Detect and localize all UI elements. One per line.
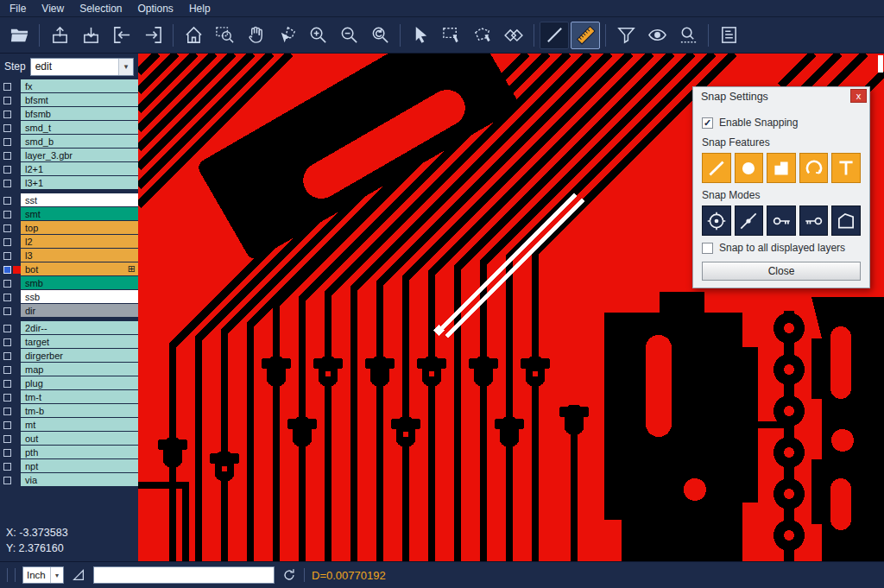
view-options-button[interactable] (642, 22, 672, 49)
layer-name-label[interactable]: l2+1 (21, 162, 138, 175)
layer-row-target[interactable]: target (0, 335, 138, 349)
layer-name-label[interactable]: pth (21, 446, 138, 458)
close-icon[interactable]: x (850, 89, 867, 103)
layer-visibility-checkbox[interactable] (3, 238, 11, 246)
layer-row-top[interactable]: top (0, 221, 138, 235)
sign-in-button[interactable] (107, 22, 136, 49)
zoom-previous-button[interactable] (365, 22, 395, 49)
layer-visibility-checkbox[interactable] (3, 421, 11, 429)
layer-name-label[interactable]: dirgerber (21, 349, 138, 362)
layer-name-label[interactable]: sst (21, 193, 138, 206)
menu-item-file[interactable]: File (2, 1, 34, 16)
layer-visibility-checkbox[interactable] (3, 463, 11, 471)
layer-visibility-checkbox[interactable] (3, 307, 11, 315)
layer-visibility-checkbox[interactable] (3, 111, 11, 118)
snap-feature-surface-button[interactable] (767, 153, 796, 183)
layer-name-label[interactable]: via (21, 473, 138, 486)
layer-visibility-checkbox[interactable] (3, 352, 11, 360)
layer-name-label[interactable]: smt (21, 207, 138, 220)
layer-visibility-checkbox[interactable] (3, 152, 11, 160)
layer-row-bot[interactable]: bot⊞ (0, 262, 138, 276)
layer-visibility-checkbox[interactable] (3, 83, 11, 91)
snap-feature-text-button[interactable] (831, 153, 861, 183)
layer-name-label[interactable]: l2 (21, 235, 138, 248)
layer-name-label[interactable]: l3 (21, 249, 138, 262)
layer-row-l2+1[interactable]: l2+1 (0, 162, 138, 176)
import-button[interactable] (45, 22, 74, 49)
layer-row-ssb[interactable]: ssb (0, 290, 138, 304)
layer-name-label[interactable]: smd_t (21, 121, 138, 134)
zoom-in-button[interactable] (303, 22, 332, 49)
close-button[interactable]: Close (702, 262, 861, 281)
layer-name-label[interactable]: tm-t (21, 390, 138, 403)
open-button[interactable] (4, 22, 34, 49)
pcb-canvas[interactable]: Snap Settings x ✓ Enable Snapping Snap F… (138, 54, 884, 561)
layer-name-label[interactable]: layer_3.gbr (21, 149, 138, 161)
grid-icon[interactable]: ⊞ (128, 264, 136, 274)
layer-visibility-checkbox[interactable] (3, 97, 11, 104)
layer-name-label[interactable]: l3+1 (21, 176, 138, 189)
snap-mode-key-left-button[interactable] (799, 205, 829, 236)
zoom-home-button[interactable] (179, 22, 208, 49)
layer-row-npt[interactable]: npt (0, 459, 138, 473)
menu-item-selection[interactable]: Selection (72, 1, 129, 16)
zoom-window-button[interactable] (210, 22, 239, 49)
layer-visibility-checkbox[interactable] (3, 366, 11, 374)
layer-name-label[interactable]: 2dir-- (21, 321, 138, 334)
layer-name-label[interactable]: target (21, 335, 138, 348)
report-button[interactable] (714, 22, 743, 49)
snap-mode-contour-button[interactable] (831, 205, 861, 236)
select-rectangle-button[interactable] (437, 22, 466, 49)
layer-visibility-checkbox[interactable] (3, 124, 11, 132)
layer-name-label[interactable]: npt (21, 459, 138, 472)
layer-visibility-checkbox[interactable] (3, 294, 11, 301)
layer-row-layer_3.gbr[interactable]: layer_3.gbr (0, 149, 138, 162)
filter-button[interactable] (611, 22, 641, 49)
layer-visibility-checkbox[interactable] (3, 280, 11, 288)
layer-row-sst[interactable]: sst (0, 193, 138, 207)
layer-row-bfsmt[interactable]: bfsmt (0, 93, 138, 107)
menu-item-view[interactable]: View (34, 1, 72, 16)
snap-mode-center-button[interactable] (702, 205, 731, 236)
snap-mode-key-right-button[interactable] (767, 205, 796, 236)
layer-row-2dir--[interactable]: 2dir-- (0, 321, 138, 335)
layer-visibility-checkbox[interactable] (3, 252, 11, 260)
layer-name-label[interactable]: plug (21, 376, 138, 389)
layer-row-l3+1[interactable]: l3+1 (0, 176, 138, 190)
layer-row-pth[interactable]: pth (0, 446, 138, 459)
layer-visibility-checkbox[interactable] (3, 477, 11, 484)
layer-row-dir[interactable]: dir (0, 304, 138, 318)
layer-name-label[interactable]: bfsmb (21, 107, 138, 120)
layer-visibility-checkbox[interactable] (3, 394, 11, 401)
layer-name-label[interactable]: bot⊞ (21, 262, 138, 275)
checkbox-unchecked-icon[interactable] (702, 243, 713, 254)
snap-all-layers-checkbox[interactable]: Snap to all displayed layers (702, 242, 861, 254)
select-polygon-button[interactable] (468, 22, 497, 49)
refresh-icon[interactable] (281, 567, 297, 583)
layer-name-label[interactable]: smd_b (21, 135, 138, 148)
angle-tool-icon[interactable] (71, 567, 86, 583)
export-button[interactable] (76, 22, 105, 49)
checkbox-checked-icon[interactable]: ✓ (702, 117, 713, 129)
layer-row-plug[interactable]: plug (0, 376, 138, 390)
layer-name-label[interactable]: smb (21, 276, 138, 289)
layer-row-fx[interactable]: fx (0, 79, 138, 93)
layer-name-label[interactable]: out (21, 432, 138, 445)
layer-visibility-checkbox[interactable] (3, 266, 11, 274)
chevron-down-icon[interactable]: ▾ (118, 59, 133, 75)
dialog-title-bar[interactable]: Snap Settings x (693, 87, 869, 107)
draw-line-button[interactable] (540, 22, 569, 49)
layer-visibility-checkbox[interactable] (3, 180, 11, 187)
menu-item-help[interactable]: Help (181, 1, 218, 16)
layer-row-smd_b[interactable]: smd_b (0, 135, 138, 149)
layer-name-label[interactable]: mt (21, 418, 138, 431)
layer-name-label[interactable]: tm-b (21, 404, 138, 417)
unit-select[interactable]: Inch ▾ (22, 566, 64, 584)
layer-row-mt[interactable]: mt (0, 418, 138, 432)
layer-visibility-checkbox[interactable] (3, 211, 11, 218)
layer-row-bfsmb[interactable]: bfsmb (0, 107, 138, 121)
layer-name-label[interactable]: bfsmt (21, 93, 138, 106)
layer-name-label[interactable]: fx (21, 79, 138, 92)
layer-name-label[interactable]: ssb (21, 290, 138, 303)
layer-name-label[interactable]: top (21, 221, 138, 234)
